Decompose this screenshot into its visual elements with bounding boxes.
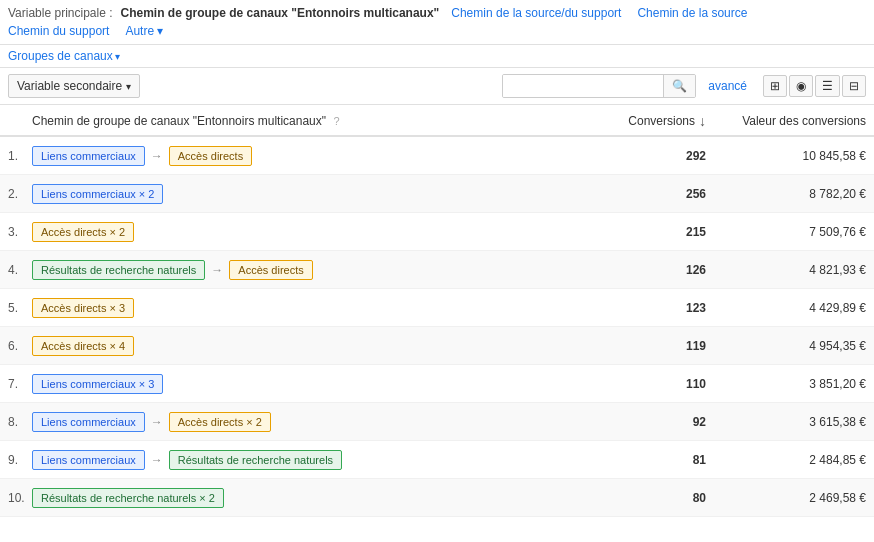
top-nav: Variable principale : Chemin de groupe d…	[0, 0, 874, 45]
search-button[interactable]: 🔍	[663, 75, 695, 97]
row-path: Liens commerciaux→Accès directs × 2	[32, 412, 566, 432]
row-valeur: 4 821,93 €	[706, 263, 866, 277]
row-path: Accès directs × 4	[32, 336, 566, 356]
table-row: 5.Accès directs × 31234 429,89 €	[0, 289, 874, 327]
help-icon[interactable]: ?	[333, 115, 339, 127]
table-row: 2.Liens commerciaux × 22568 782,20 €	[0, 175, 874, 213]
search-input[interactable]	[503, 75, 663, 97]
sort-arrow-icon[interactable]: ↓	[699, 113, 706, 129]
row-conversions: 256	[566, 187, 706, 201]
col-valeur-header: Valeur des conversions	[706, 114, 866, 128]
row-path: Liens commerciaux→Résultats de recherche…	[32, 450, 566, 470]
row-valeur: 10 845,58 €	[706, 149, 866, 163]
row-number: 5.	[8, 301, 32, 315]
row-number: 10.	[8, 491, 32, 505]
view-list-icon[interactable]: ☰	[815, 75, 840, 97]
row-conversions: 119	[566, 339, 706, 353]
nav-autre[interactable]: Autre ▾	[125, 24, 163, 38]
row-path: Résultats de recherche naturels × 2	[32, 488, 566, 508]
channel-badge[interactable]: Accès directs × 4	[32, 336, 134, 356]
nav-source[interactable]: Chemin de la source	[637, 6, 747, 20]
row-number: 1.	[8, 149, 32, 163]
row-valeur: 7 509,76 €	[706, 225, 866, 239]
row-path: Résultats de recherche naturels→Accès di…	[32, 260, 566, 280]
groups-chevron-icon: ▾	[115, 51, 120, 62]
second-row: Groupes de canaux ▾	[0, 45, 874, 68]
controls-row: Variable secondaire ▾ 🔍 avancé ⊞ ◉ ☰ ⊟	[0, 68, 874, 105]
main-title: Chemin de groupe de canaux "Entonnoirs m…	[121, 6, 440, 20]
channel-badge[interactable]: Liens commerciaux	[32, 146, 145, 166]
row-valeur: 2 469,58 €	[706, 491, 866, 505]
view-grid-icon[interactable]: ⊞	[763, 75, 787, 97]
channel-badge[interactable]: Accès directs × 3	[32, 298, 134, 318]
nav-support[interactable]: Chemin du support	[8, 24, 109, 38]
table-row: 10.Résultats de recherche naturels × 280…	[0, 479, 874, 517]
arrow-connector-icon: →	[151, 415, 163, 429]
row-number: 9.	[8, 453, 32, 467]
row-number: 4.	[8, 263, 32, 277]
search-container: 🔍	[502, 74, 696, 98]
view-icons: ⊞ ◉ ☰ ⊟	[763, 75, 866, 97]
row-number: 3.	[8, 225, 32, 239]
arrow-connector-icon: →	[151, 149, 163, 163]
table-row: 1.Liens commerciaux→Accès directs29210 8…	[0, 137, 874, 175]
row-number: 8.	[8, 415, 32, 429]
row-path: Liens commerciaux × 3	[32, 374, 566, 394]
arrow-connector-icon: →	[151, 453, 163, 467]
table-row: 3.Accès directs × 22157 509,76 €	[0, 213, 874, 251]
row-path: Accès directs × 2	[32, 222, 566, 242]
row-path: Liens commerciaux→Accès directs	[32, 146, 566, 166]
row-number: 6.	[8, 339, 32, 353]
channel-badge[interactable]: Accès directs	[229, 260, 312, 280]
table-body: 1.Liens commerciaux→Accès directs29210 8…	[0, 137, 874, 517]
col-conversions-header: Conversions ↓	[566, 113, 706, 129]
row-valeur: 3 851,20 €	[706, 377, 866, 391]
row-number: 7.	[8, 377, 32, 391]
row-conversions: 81	[566, 453, 706, 467]
row-conversions: 292	[566, 149, 706, 163]
channel-badge[interactable]: Accès directs	[169, 146, 252, 166]
row-valeur: 2 484,85 €	[706, 453, 866, 467]
channel-badge[interactable]: Liens commerciaux × 2	[32, 184, 163, 204]
row-conversions: 80	[566, 491, 706, 505]
nav-source-support[interactable]: Chemin de la source/du support	[451, 6, 621, 20]
channel-badge[interactable]: Liens commerciaux	[32, 412, 145, 432]
row-conversions: 110	[566, 377, 706, 391]
channel-badge[interactable]: Résultats de recherche naturels	[169, 450, 342, 470]
channel-badge[interactable]: Résultats de recherche naturels	[32, 260, 205, 280]
row-conversions: 123	[566, 301, 706, 315]
channel-badge[interactable]: Accès directs × 2	[32, 222, 134, 242]
table-row: 9.Liens commerciaux→Résultats de recherc…	[0, 441, 874, 479]
channel-badge[interactable]: Résultats de recherche naturels × 2	[32, 488, 224, 508]
row-conversions: 92	[566, 415, 706, 429]
row-path: Liens commerciaux × 2	[32, 184, 566, 204]
row-valeur: 8 782,20 €	[706, 187, 866, 201]
table-header: Chemin de groupe de canaux "Entonnoirs m…	[0, 105, 874, 137]
view-table-icon[interactable]: ⊟	[842, 75, 866, 97]
variable-label: Variable principale :	[8, 6, 113, 20]
table-row: 8.Liens commerciaux→Accès directs × 2923…	[0, 403, 874, 441]
row-conversions: 215	[566, 225, 706, 239]
view-pie-icon[interactable]: ◉	[789, 75, 813, 97]
avance-button[interactable]: avancé	[708, 79, 747, 93]
channel-badge[interactable]: Liens commerciaux	[32, 450, 145, 470]
table-row: 6.Accès directs × 41194 954,35 €	[0, 327, 874, 365]
row-valeur: 3 615,38 €	[706, 415, 866, 429]
channel-badge[interactable]: Accès directs × 2	[169, 412, 271, 432]
table-row: 7.Liens commerciaux × 31103 851,20 €	[0, 365, 874, 403]
row-valeur: 4 429,89 €	[706, 301, 866, 315]
col-path-header: Chemin de groupe de canaux "Entonnoirs m…	[32, 114, 566, 128]
table-row: 4.Résultats de recherche naturels→Accès …	[0, 251, 874, 289]
arrow-connector-icon: →	[211, 263, 223, 277]
row-number: 2.	[8, 187, 32, 201]
groups-link[interactable]: Groupes de canaux ▾	[8, 49, 120, 63]
variable-select[interactable]: Variable secondaire ▾	[8, 74, 140, 98]
row-conversions: 126	[566, 263, 706, 277]
channel-badge[interactable]: Liens commerciaux × 3	[32, 374, 163, 394]
row-path: Accès directs × 3	[32, 298, 566, 318]
row-valeur: 4 954,35 €	[706, 339, 866, 353]
variable-chevron-icon: ▾	[126, 81, 131, 92]
